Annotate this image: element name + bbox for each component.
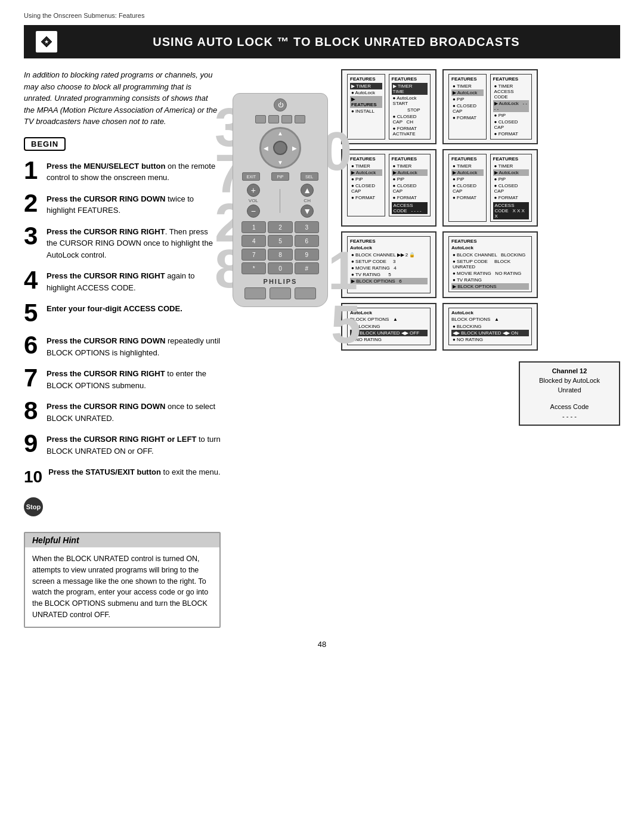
vol-plus-btn[interactable]: + [247,184,260,197]
step-text-2: Press the CURSOR RING DOWN twice to high… [47,191,221,216]
right-column: 3,4,7,9 2,6,8 10 1 5 [233,69,620,628]
hint-line3: Unrated [558,386,581,394]
step-text-5: Enter your four-digit ACCESS CODE. [47,301,182,315]
step-text-3: Press the CURSOR RING RIGHT. Then press … [47,224,221,261]
step-text-4: Press the CURSOR RING RIGHT again to hig… [47,268,221,293]
step-7: 7 Press the CURSOR RING RIGHT to enter t… [24,366,221,391]
stop-icon: Stop [24,497,43,516]
step-text-7: Press the CURSOR RING RIGHT to enter the… [47,366,221,391]
cursor-center-button[interactable] [273,141,287,155]
hint-line2: Blocked by AutoLock [539,377,600,384]
vol-minus-btn[interactable]: − [247,205,260,218]
step-number-6: 6 [24,333,41,358]
svg-text:★: ★ [44,39,49,45]
main-content: In addition to blocking rated programs o… [24,69,620,628]
numpad: 1 2 3 4 5 6 7 8 9 * 0 # [237,221,324,274]
logo-icon: ★ [36,31,57,52]
step-number-1: 1 [24,158,41,183]
bottom-hint-area: Channel 12 Blocked by AutoLock Unrated A… [233,361,620,426]
stop-badge: Stop [24,497,43,516]
screens-column: FEATURES ▶ TIMER ● AutoLock ▶ FEATURES ●… [341,69,620,351]
step-8: 8 Press the CURSOR RING DOWN once to sel… [24,398,221,424]
cursor-ring[interactable]: ▲ ▼ ◀ ▶ [259,127,301,169]
begin-badge: BEGIN [24,137,66,151]
volume-controls: + VOL − [247,184,260,218]
page-title: Using Auto Lock ™ to Block Unrated Broad… [64,35,608,49]
ch-up-btn[interactable]: ▲ [301,184,314,197]
screen-4a: AutoLock BLOCK OPTIONS ▲ ● BLOCKING ◀▶ B… [341,303,436,351]
bottom-btn-left[interactable] [244,287,266,299]
step-1: 1 Press the MENU/SELECT button on the re… [24,158,221,184]
num-btn-9[interactable]: 9 [295,249,319,261]
hint-line5: Access Code [550,403,589,410]
helpful-hint: Helpful Hint When the BLOCK UNRATED cont… [24,532,221,628]
screens-row-2: FEATURES ● TIMER ▶ AutoLock ● PiP ● CLOS… [341,149,620,227]
num-btn-7[interactable]: 7 [242,249,266,261]
select-btn[interactable]: SEL [301,172,318,181]
title-banner: ★ Using Auto Lock ™ to Block Unrated Bro… [24,25,620,58]
step-number-4: 4 [24,268,41,293]
screen-2b: FEATURES ● TIMER ▶ AutoLock ● PiP ● CLOS… [442,149,538,227]
step-4: 4 Press the CURSOR RING RIGHT again to h… [24,268,221,293]
step-text-10: Press the STATUS/EXIT button to exit the… [48,464,221,478]
num-btn-8[interactable]: 8 [268,249,292,261]
vol-ch-area: + VOL − ▲ CH ▼ [237,184,324,218]
philips-label: PHILIPS [237,278,324,285]
helpful-hint-title: Helpful Hint [25,533,219,547]
step-number-8: 8 [24,398,41,423]
hint-line1: Channel 12 [552,367,587,374]
step-text-8: Press the CURSOR RING DOWN once to selec… [47,398,221,424]
step-number-5: 5 [24,301,41,326]
page-number: 48 [24,640,620,649]
screens-and-remote: 3,4,7,9 2,6,8 10 1 5 [233,69,620,351]
step-text-1: Press the MENU/SELECT button on the remo… [47,158,221,184]
step-number-10: 10 [24,464,42,485]
step-2: 2 Press the CURSOR RING DOWN twice to hi… [24,191,221,216]
step-text-9: Press the CURSOR RING RIGHT or LEFT to t… [47,431,221,457]
page-container: Using the Onscreen Submenus: Features ★ … [0,0,644,833]
remote-wrapper: 3,4,7,9 2,6,8 10 1 5 [233,69,328,307]
channel-controls: ▲ CH ▼ [301,184,314,218]
helpful-hint-body: When the BLOCK UNRATED control is turned… [25,547,219,627]
num-btn-4[interactable]: 4 [242,235,266,247]
num-btn-hash[interactable]: # [295,262,319,274]
screens-row-4: AutoLock BLOCK OPTIONS ▲ ● BLOCKING ◀▶ B… [341,303,620,351]
cursor-ring-area: ▲ ▼ ◀ ▶ [237,127,324,169]
step-text-6: Press the CURSOR RING DOWN repeatedly un… [47,333,221,358]
power-button[interactable]: ⏻ [274,98,287,112]
remote-bottom-area [237,287,324,299]
step-10: 10 Press the STATUS/EXIT button to exit … [24,464,221,485]
top-button-row [237,115,324,123]
top-btn-3[interactable] [281,115,292,123]
bottom-btn-right[interactable] [295,287,316,299]
remote-control: ⏻ ▲ [233,93,328,307]
step-number-2: 2 [24,191,41,216]
ch-down-btn[interactable]: ▼ [301,205,314,218]
num-btn-2[interactable]: 2 [268,221,292,233]
step-number-9: 9 [24,431,41,456]
step-number-7: 7 [24,366,41,391]
step-number-3: 3 [24,224,41,249]
hint-screen: Channel 12 Blocked by AutoLock Unrated A… [519,361,620,426]
intro-text: In addition to blocking rated programs o… [24,69,221,128]
step-9: 9 Press the CURSOR RING RIGHT or LEFT to… [24,431,221,457]
num-btn-6[interactable]: 6 [295,235,319,247]
num-btn-3[interactable]: 3 [295,221,319,233]
num-btn-5[interactable]: 5 [268,235,292,247]
screens-row-3: FEATURES AutoLock ● BLOCK CHANNEL ▶▶ 2 🔒… [341,231,620,298]
num-btn-1[interactable]: 1 [242,221,266,233]
num-btn-star[interactable]: * [242,262,266,274]
bottom-btn-mid[interactable] [270,287,291,299]
step-6: 6 Press the CURSOR RING DOWN repeatedly … [24,333,221,358]
step-5: 5 Enter your four-digit ACCESS CODE. [24,301,221,326]
pip-btn[interactable]: PiP [271,172,289,181]
top-btn-2[interactable] [268,115,279,123]
screen-2a: FEATURES ● TIMER ▶ AutoLock ● PiP ● CLOS… [341,149,436,227]
num-btn-0[interactable]: 0 [268,262,292,274]
top-btn-1[interactable] [255,115,266,123]
top-btn-4[interactable] [295,115,305,123]
steps-list: 1 Press the MENU/SELECT button on the re… [24,158,221,486]
power-area: ⏻ [237,98,324,112]
status-exit-btn[interactable]: EXIT [242,172,260,181]
logo-area: ★ [36,31,57,52]
